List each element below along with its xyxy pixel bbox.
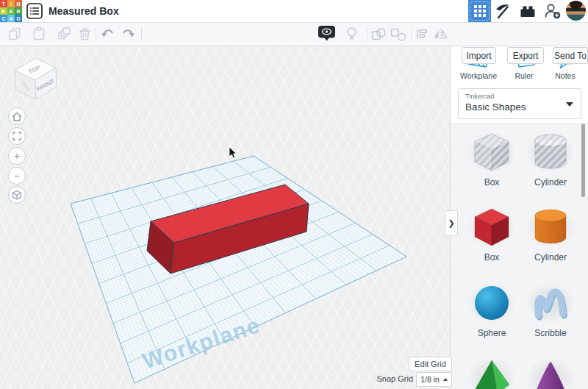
orange-cylinder-icon — [525, 206, 576, 249]
shape-label: Cylinder — [524, 177, 577, 188]
trash-icon — [77, 26, 92, 40]
duplicate-icon — [57, 26, 72, 40]
group-button[interactable] — [370, 26, 387, 41]
fit-view-icon — [12, 132, 21, 140]
undo-button[interactable] — [101, 26, 115, 39]
shapes-panel: Workplane Ruler Notes — [450, 46, 588, 389]
zoom-in-glyph: + — [14, 150, 20, 162]
snap-grid-dropdown[interactable]: 1/8 in — [416, 372, 452, 387]
ruler-tool-label: Ruler — [502, 71, 546, 80]
edit-grid-button[interactable]: Edit Grid — [409, 357, 452, 371]
toolbar-separator — [141, 27, 142, 40]
ungroup-icon — [390, 26, 406, 41]
panel-scrollbar[interactable] — [581, 124, 585, 197]
workplane-scene: Workplane — [0, 46, 450, 389]
user-avatar[interactable] — [566, 1, 586, 21]
logo-tile: A — [7, 15, 15, 22]
mirror-button[interactable] — [432, 26, 448, 41]
copy-icon — [7, 26, 22, 40]
home-icon — [11, 111, 23, 122]
design-viewport[interactable]: Workplane — [0, 46, 450, 389]
toolbar-separator — [411, 27, 412, 40]
perspective-toggle-button[interactable] — [8, 186, 26, 204]
undo-icon — [101, 26, 115, 39]
library-brand-label: Tinkercad — [465, 93, 494, 100]
mode-3d-design-button[interactable] — [468, 0, 491, 22]
shape-item-hole-cylinder[interactable]: Cylinder — [524, 131, 577, 188]
mirror-icon — [432, 26, 448, 41]
perspective-cube-icon — [11, 189, 23, 201]
lightbulb-icon — [345, 26, 359, 41]
home-view-button[interactable] — [8, 107, 26, 125]
top-app-bar: TINKERCAD Measured Box — [0, 0, 588, 23]
design-title[interactable]: Measured Box — [49, 0, 119, 22]
toolbar-separator — [96, 27, 96, 40]
export-button[interactable]: Export — [507, 47, 544, 64]
toolbar-separator — [367, 27, 368, 40]
shape-item-cylinder[interactable]: Cylinder — [524, 206, 577, 263]
ungroup-button[interactable] — [390, 26, 406, 41]
shape-item-hole-box[interactable]: Box — [465, 131, 518, 188]
snap-grid-value: 1/8 in — [420, 375, 440, 384]
mouse-cursor — [229, 147, 236, 158]
chevron-up-icon — [443, 378, 448, 381]
active-mode-dashed-border — [470, 1, 490, 21]
chevron-right-icon: ❯ — [448, 218, 454, 228]
zoom-out-button[interactable]: − — [8, 167, 26, 185]
lego-brick-icon — [519, 2, 537, 20]
person-add-icon — [544, 2, 562, 20]
logo-tile: N — [15, 0, 22, 7]
list-properties-icon — [26, 3, 43, 19]
cone-icon — [525, 357, 576, 389]
zoom-in-button[interactable]: + — [8, 147, 26, 165]
shape-label: Box — [465, 177, 518, 188]
fit-view-button[interactable] — [8, 127, 26, 145]
align-button[interactable] — [415, 26, 429, 41]
chevron-down-icon — [566, 102, 573, 107]
shape-item-pyramid[interactable] — [465, 357, 518, 389]
sphere-icon — [466, 282, 517, 324]
group-icon — [370, 26, 387, 41]
tinkercad-logo[interactable]: TINKERCAD — [0, 0, 22, 22]
shape-label: Cylinder — [524, 252, 577, 263]
shape-label: Box — [465, 252, 518, 263]
hide-selected-button[interactable] — [345, 26, 359, 41]
align-icon — [415, 26, 429, 41]
edit-toolbar: Import Export Send To — [0, 22, 588, 46]
shape-item-box[interactable]: Box — [465, 206, 518, 263]
logo-tile: K — [0, 7, 7, 15]
shape-library-dropdown[interactable]: Tinkercad Basic Shapes — [458, 88, 581, 119]
copy-button[interactable] — [7, 26, 22, 40]
hole-box-icon — [466, 131, 517, 174]
snap-grid-label: Snap Grid — [370, 374, 413, 383]
shape-item-scribble[interactable]: Scribble — [524, 282, 577, 338]
paste-icon — [32, 26, 46, 40]
shape-item-sphere[interactable]: Sphere — [465, 282, 518, 338]
delete-button[interactable] — [77, 26, 92, 40]
logo-tile: T — [0, 0, 7, 7]
duplicate-button[interactable] — [57, 26, 72, 40]
invite-collaborator-button[interactable] — [543, 2, 562, 20]
minecraft-mode-button[interactable] — [493, 2, 512, 20]
paste-button[interactable] — [32, 26, 46, 40]
logo-tile: E — [7, 7, 15, 15]
shape-label: Sphere — [465, 328, 518, 338]
pickaxe-icon — [494, 2, 512, 20]
redo-button[interactable] — [121, 26, 135, 39]
send-to-button[interactable]: Send To — [553, 47, 588, 64]
shape-label: Scribble — [524, 328, 577, 338]
workplane-tool-label: Workplane — [456, 71, 501, 80]
pyramid-icon — [466, 357, 517, 389]
zoom-out-glyph: − — [14, 170, 20, 182]
hole-cylinder-icon — [525, 131, 576, 174]
view-cube[interactable]: TOP FRONT LEFT — [6, 49, 65, 104]
shape-item-cone[interactable] — [524, 357, 577, 389]
design-properties-button[interactable] — [26, 3, 43, 19]
import-button[interactable]: Import — [462, 47, 496, 64]
show-all-button[interactable] — [318, 25, 336, 42]
library-selected-value: Basic Shapes — [465, 101, 526, 113]
panel-collapse-button[interactable]: ❯ — [445, 210, 458, 236]
brick-mode-button[interactable] — [518, 2, 537, 20]
logo-tile: R — [15, 7, 22, 15]
notes-tool-label: Notes — [543, 71, 587, 80]
